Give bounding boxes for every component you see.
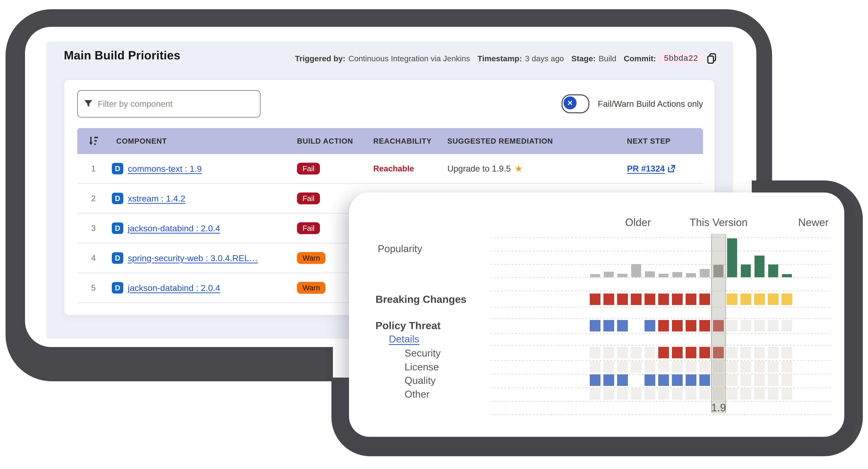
security-cell (740, 347, 751, 358)
filter-input[interactable] (97, 99, 254, 109)
popularity-bar (700, 269, 710, 277)
license-cell (590, 361, 600, 372)
details-link[interactable]: Details (389, 333, 420, 345)
pr-link[interactable]: PR #1324 (627, 164, 665, 174)
quality-cell (754, 374, 765, 386)
row-number: 3 (91, 224, 96, 233)
build-action-badge: Warn (297, 252, 326, 264)
breaking-cell (617, 293, 628, 305)
build-action-badge: Fail (297, 192, 320, 204)
col-header-component[interactable]: COMPONENT (110, 137, 297, 145)
other-cell (699, 388, 710, 400)
license-cell (768, 361, 779, 372)
col-header-build-action[interactable]: BUILD ACTION (297, 137, 373, 145)
popularity-bar (782, 274, 792, 277)
security-cell (631, 347, 642, 358)
quality-cell (768, 374, 779, 386)
row-number: 2 (91, 194, 96, 203)
col-header-next-step[interactable]: NEXT STEP (626, 137, 703, 145)
license-cell (631, 361, 642, 372)
commit-hash-chip: 5bbda22 (659, 52, 703, 65)
other-cell (617, 388, 628, 400)
popularity-bar (590, 274, 600, 277)
col-header-reachability[interactable]: REACHABILITY (373, 137, 446, 145)
popularity-bar (618, 274, 627, 277)
other-cell (768, 388, 779, 400)
quality-cell (686, 374, 696, 386)
other-cell (727, 388, 738, 400)
breaking-cell (686, 293, 696, 305)
dotted-gridline (491, 401, 831, 402)
dependency-d-badge: D (112, 282, 123, 293)
license-label: License (405, 361, 439, 373)
quality-cell (740, 374, 751, 386)
toggle-row: × Fail/Warn Build Actions only (562, 94, 703, 113)
build-action-badge: Fail (297, 163, 320, 175)
row-number: 5 (91, 283, 96, 292)
other-cell (603, 388, 614, 400)
other-label: Other (405, 388, 430, 400)
component-link[interactable]: jackson-databind : 2.0.4 (128, 223, 220, 233)
copy-icon[interactable] (707, 53, 717, 64)
component-link[interactable]: spring-security-web : 3.0.4.REL… (128, 253, 258, 263)
dotted-gridline (491, 277, 831, 278)
component-link[interactable]: commons-text : 1.9 (128, 164, 202, 174)
meta-label: Triggered by: (295, 54, 345, 63)
policy-cell (768, 320, 779, 332)
component-link[interactable]: xstream : 1.4.2 (128, 193, 185, 204)
screenshot-stage: Main Build Priorities Triggered by: Cont… (0, 0, 868, 469)
license-cell (658, 361, 669, 372)
build-action-badge: Fail (297, 222, 320, 234)
other-cell (590, 388, 600, 400)
popularity-label: Popularity (378, 243, 422, 254)
filter-field[interactable] (77, 90, 260, 118)
external-link-icon (668, 165, 675, 173)
other-cell (645, 388, 655, 400)
other-cell (672, 388, 683, 400)
license-cell (603, 361, 614, 372)
security-cell (727, 347, 738, 358)
security-cell (672, 347, 683, 358)
quality-cell (590, 374, 600, 386)
this-version-highlight-band (711, 233, 726, 413)
policy-cell (603, 320, 614, 332)
license-cell (740, 361, 751, 372)
policy-threat-label: Policy Threat (375, 319, 441, 332)
meta-label: Timestamp: (477, 54, 522, 63)
dotted-gridline (491, 345, 831, 346)
dependency-d-badge: D (112, 222, 123, 234)
dotted-gridline (491, 333, 831, 334)
popularity-bar (686, 273, 696, 277)
dotted-gridline (491, 414, 831, 415)
col-header-suggested-remediation[interactable]: SUGGESTED REMEDIATION (446, 137, 626, 145)
breaking-cell (631, 293, 642, 305)
page-title: Main Build Priorities (64, 49, 180, 62)
sort-header[interactable] (77, 136, 110, 147)
meta-timestamp: Timestamp: 3 days ago (477, 54, 564, 63)
popularity-bar (727, 239, 737, 277)
dependency-d-badge: D (112, 252, 123, 264)
reachability-text: Reachable (373, 164, 414, 173)
breaking-cell (740, 293, 751, 305)
filter-funnel-icon (84, 100, 93, 108)
policy-cell (781, 320, 792, 332)
security-cell (645, 347, 655, 358)
fail-warn-toggle[interactable]: × (562, 94, 589, 113)
meta-commit: Commit: 5bbda22 (624, 52, 717, 65)
policy-cell (645, 320, 655, 332)
other-cell (754, 388, 765, 400)
popularity-bar (604, 272, 614, 277)
quality-cell (699, 374, 710, 386)
quality-cell (672, 374, 683, 386)
dotted-gridline (491, 264, 831, 265)
quality-cell (645, 374, 655, 386)
policy-cell (740, 320, 751, 332)
breaking-cell (672, 293, 683, 305)
policy-cell (672, 320, 683, 332)
other-cell (658, 388, 669, 400)
component-link[interactable]: jackson-databind : 2.0.4 (128, 283, 220, 293)
other-cell (781, 388, 792, 400)
other-cell (686, 388, 696, 400)
license-cell (699, 361, 710, 372)
policy-cell (590, 320, 600, 332)
